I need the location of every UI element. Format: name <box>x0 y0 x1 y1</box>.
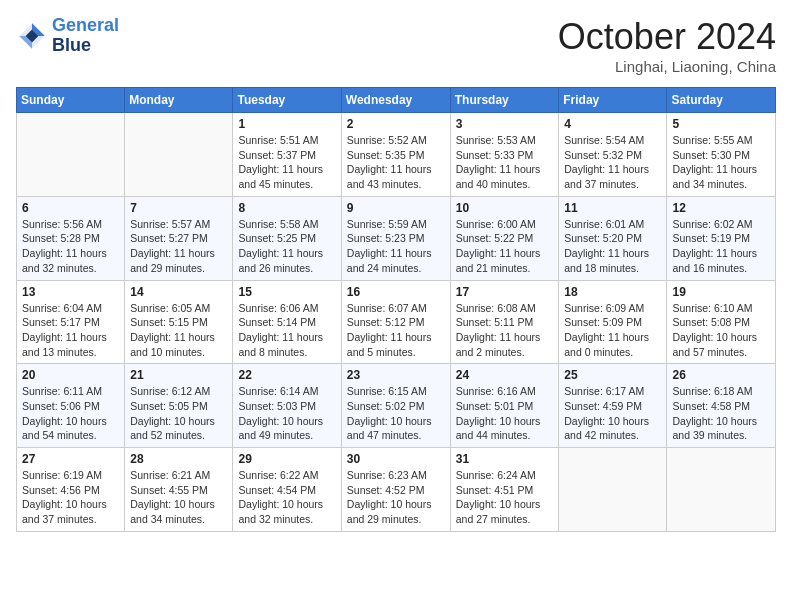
logo-text: GeneralBlue <box>52 16 119 56</box>
weekday-header: Tuesday <box>233 88 341 113</box>
day-info: Sunrise: 5:57 AM Sunset: 5:27 PM Dayligh… <box>130 217 227 276</box>
weekday-header: Monday <box>125 88 233 113</box>
day-number: 17 <box>456 285 554 299</box>
day-info: Sunrise: 5:51 AM Sunset: 5:37 PM Dayligh… <box>238 133 335 192</box>
day-info: Sunrise: 5:55 AM Sunset: 5:30 PM Dayligh… <box>672 133 770 192</box>
day-number: 19 <box>672 285 770 299</box>
day-number: 1 <box>238 117 335 131</box>
calendar-cell: 15Sunrise: 6:06 AM Sunset: 5:14 PM Dayli… <box>233 280 341 364</box>
calendar-cell: 18Sunrise: 6:09 AM Sunset: 5:09 PM Dayli… <box>559 280 667 364</box>
calendar-cell: 2Sunrise: 5:52 AM Sunset: 5:35 PM Daylig… <box>341 113 450 197</box>
calendar-cell: 22Sunrise: 6:14 AM Sunset: 5:03 PM Dayli… <box>233 364 341 448</box>
day-number: 11 <box>564 201 661 215</box>
weekday-header: Sunday <box>17 88 125 113</box>
day-number: 4 <box>564 117 661 131</box>
calendar-week-row: 6Sunrise: 5:56 AM Sunset: 5:28 PM Daylig… <box>17 196 776 280</box>
calendar-cell <box>17 113 125 197</box>
calendar-cell: 25Sunrise: 6:17 AM Sunset: 4:59 PM Dayli… <box>559 364 667 448</box>
day-info: Sunrise: 5:58 AM Sunset: 5:25 PM Dayligh… <box>238 217 335 276</box>
day-number: 25 <box>564 368 661 382</box>
logo-icon <box>16 20 48 52</box>
day-number: 29 <box>238 452 335 466</box>
calendar-header-row: SundayMondayTuesdayWednesdayThursdayFrid… <box>17 88 776 113</box>
day-number: 2 <box>347 117 445 131</box>
day-number: 9 <box>347 201 445 215</box>
calendar-cell: 23Sunrise: 6:15 AM Sunset: 5:02 PM Dayli… <box>341 364 450 448</box>
calendar-cell: 10Sunrise: 6:00 AM Sunset: 5:22 PM Dayli… <box>450 196 559 280</box>
calendar-cell: 16Sunrise: 6:07 AM Sunset: 5:12 PM Dayli… <box>341 280 450 364</box>
day-info: Sunrise: 6:11 AM Sunset: 5:06 PM Dayligh… <box>22 384 119 443</box>
calendar-cell: 7Sunrise: 5:57 AM Sunset: 5:27 PM Daylig… <box>125 196 233 280</box>
day-info: Sunrise: 6:01 AM Sunset: 5:20 PM Dayligh… <box>564 217 661 276</box>
calendar-cell: 5Sunrise: 5:55 AM Sunset: 5:30 PM Daylig… <box>667 113 776 197</box>
day-info: Sunrise: 5:54 AM Sunset: 5:32 PM Dayligh… <box>564 133 661 192</box>
day-number: 28 <box>130 452 227 466</box>
day-number: 26 <box>672 368 770 382</box>
calendar-cell: 20Sunrise: 6:11 AM Sunset: 5:06 PM Dayli… <box>17 364 125 448</box>
day-info: Sunrise: 6:12 AM Sunset: 5:05 PM Dayligh… <box>130 384 227 443</box>
day-info: Sunrise: 6:22 AM Sunset: 4:54 PM Dayligh… <box>238 468 335 527</box>
weekday-header: Saturday <box>667 88 776 113</box>
day-info: Sunrise: 6:10 AM Sunset: 5:08 PM Dayligh… <box>672 301 770 360</box>
calendar-cell: 31Sunrise: 6:24 AM Sunset: 4:51 PM Dayli… <box>450 448 559 532</box>
calendar-cell: 26Sunrise: 6:18 AM Sunset: 4:58 PM Dayli… <box>667 364 776 448</box>
day-number: 24 <box>456 368 554 382</box>
calendar-cell: 4Sunrise: 5:54 AM Sunset: 5:32 PM Daylig… <box>559 113 667 197</box>
day-number: 13 <box>22 285 119 299</box>
calendar-cell: 27Sunrise: 6:19 AM Sunset: 4:56 PM Dayli… <box>17 448 125 532</box>
day-number: 22 <box>238 368 335 382</box>
month-title: October 2024 <box>558 16 776 58</box>
day-info: Sunrise: 5:56 AM Sunset: 5:28 PM Dayligh… <box>22 217 119 276</box>
calendar-cell: 12Sunrise: 6:02 AM Sunset: 5:19 PM Dayli… <box>667 196 776 280</box>
day-info: Sunrise: 6:14 AM Sunset: 5:03 PM Dayligh… <box>238 384 335 443</box>
day-info: Sunrise: 6:05 AM Sunset: 5:15 PM Dayligh… <box>130 301 227 360</box>
calendar-cell <box>667 448 776 532</box>
day-info: Sunrise: 6:23 AM Sunset: 4:52 PM Dayligh… <box>347 468 445 527</box>
day-info: Sunrise: 6:06 AM Sunset: 5:14 PM Dayligh… <box>238 301 335 360</box>
calendar-cell <box>125 113 233 197</box>
title-block: October 2024 Linghai, Liaoning, China <box>558 16 776 75</box>
day-info: Sunrise: 5:59 AM Sunset: 5:23 PM Dayligh… <box>347 217 445 276</box>
calendar-cell: 11Sunrise: 6:01 AM Sunset: 5:20 PM Dayli… <box>559 196 667 280</box>
calendar-cell: 6Sunrise: 5:56 AM Sunset: 5:28 PM Daylig… <box>17 196 125 280</box>
calendar-cell: 8Sunrise: 5:58 AM Sunset: 5:25 PM Daylig… <box>233 196 341 280</box>
day-number: 12 <box>672 201 770 215</box>
calendar-cell: 1Sunrise: 5:51 AM Sunset: 5:37 PM Daylig… <box>233 113 341 197</box>
calendar-cell: 17Sunrise: 6:08 AM Sunset: 5:11 PM Dayli… <box>450 280 559 364</box>
day-number: 15 <box>238 285 335 299</box>
day-info: Sunrise: 6:15 AM Sunset: 5:02 PM Dayligh… <box>347 384 445 443</box>
calendar-cell: 14Sunrise: 6:05 AM Sunset: 5:15 PM Dayli… <box>125 280 233 364</box>
weekday-header: Friday <box>559 88 667 113</box>
day-info: Sunrise: 6:17 AM Sunset: 4:59 PM Dayligh… <box>564 384 661 443</box>
day-number: 8 <box>238 201 335 215</box>
day-info: Sunrise: 5:53 AM Sunset: 5:33 PM Dayligh… <box>456 133 554 192</box>
day-number: 6 <box>22 201 119 215</box>
day-number: 20 <box>22 368 119 382</box>
calendar-cell: 19Sunrise: 6:10 AM Sunset: 5:08 PM Dayli… <box>667 280 776 364</box>
calendar-week-row: 13Sunrise: 6:04 AM Sunset: 5:17 PM Dayli… <box>17 280 776 364</box>
calendar-cell: 30Sunrise: 6:23 AM Sunset: 4:52 PM Dayli… <box>341 448 450 532</box>
calendar-cell: 24Sunrise: 6:16 AM Sunset: 5:01 PM Dayli… <box>450 364 559 448</box>
page-header: GeneralBlue October 2024 Linghai, Liaoni… <box>16 16 776 75</box>
day-info: Sunrise: 6:24 AM Sunset: 4:51 PM Dayligh… <box>456 468 554 527</box>
day-number: 27 <box>22 452 119 466</box>
day-info: Sunrise: 6:16 AM Sunset: 5:01 PM Dayligh… <box>456 384 554 443</box>
calendar-cell: 29Sunrise: 6:22 AM Sunset: 4:54 PM Dayli… <box>233 448 341 532</box>
day-number: 7 <box>130 201 227 215</box>
calendar-cell: 13Sunrise: 6:04 AM Sunset: 5:17 PM Dayli… <box>17 280 125 364</box>
calendar-week-row: 1Sunrise: 5:51 AM Sunset: 5:37 PM Daylig… <box>17 113 776 197</box>
day-info: Sunrise: 6:19 AM Sunset: 4:56 PM Dayligh… <box>22 468 119 527</box>
day-number: 21 <box>130 368 227 382</box>
logo: GeneralBlue <box>16 16 119 56</box>
day-number: 10 <box>456 201 554 215</box>
day-info: Sunrise: 6:09 AM Sunset: 5:09 PM Dayligh… <box>564 301 661 360</box>
calendar-week-row: 20Sunrise: 6:11 AM Sunset: 5:06 PM Dayli… <box>17 364 776 448</box>
day-info: Sunrise: 6:08 AM Sunset: 5:11 PM Dayligh… <box>456 301 554 360</box>
day-info: Sunrise: 6:00 AM Sunset: 5:22 PM Dayligh… <box>456 217 554 276</box>
day-number: 31 <box>456 452 554 466</box>
weekday-header: Wednesday <box>341 88 450 113</box>
calendar-week-row: 27Sunrise: 6:19 AM Sunset: 4:56 PM Dayli… <box>17 448 776 532</box>
calendar-cell: 3Sunrise: 5:53 AM Sunset: 5:33 PM Daylig… <box>450 113 559 197</box>
calendar: SundayMondayTuesdayWednesdayThursdayFrid… <box>16 87 776 532</box>
day-number: 5 <box>672 117 770 131</box>
